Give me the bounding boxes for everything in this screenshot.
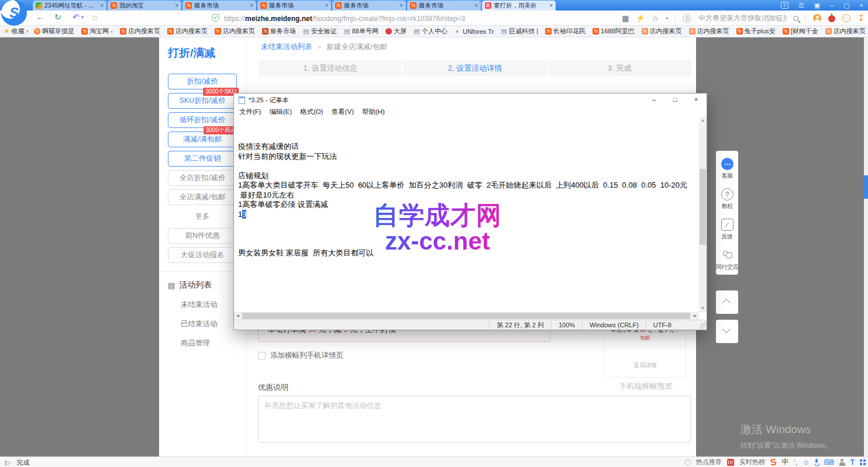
scrollbar-thumb[interactable]	[864, 175, 868, 199]
sidebar-promo-button[interactable]: 第二件促销	[168, 151, 237, 167]
bookmark-item[interactable]: 淘 长袖印花民	[545, 27, 587, 36]
qr-code-icon[interactable]: ▦	[622, 14, 629, 23]
bookmark-item[interactable]: 淘 店内搜索页	[215, 27, 257, 36]
bookmark-item[interactable]: ★ 收藏 ▾	[4, 27, 29, 36]
browser-tab[interactable]: 淘 服务市场 ×	[332, 1, 406, 11]
maximize-button[interactable]: ▢	[843, 2, 849, 9]
banner-checkbox[interactable]	[258, 352, 266, 359]
undo-icon[interactable]: ↶	[73, 12, 80, 22]
tab-close-icon[interactable]: ×	[175, 2, 178, 9]
security-shield-icon[interactable]: ✓	[212, 14, 219, 22]
ime-chinese-mode[interactable]: 中	[782, 457, 789, 467]
trending-label[interactable]: 实时热榜	[739, 458, 765, 466]
more-tools-icon[interactable]: ⋯	[842, 14, 850, 22]
keyboard-icon[interactable]: ⌨	[824, 458, 833, 466]
notepad-menu-item[interactable]: 编辑(E)	[266, 106, 296, 117]
sogou-search-icon[interactable]: S	[683, 14, 691, 23]
bookmark-item[interactable]: 淘 1688阿里巴	[593, 27, 636, 36]
bookmark-item[interactable]: 淘 店内搜索页	[825, 27, 867, 36]
tab-close-icon[interactable]: ×	[325, 2, 328, 9]
microphone-icon[interactable]	[815, 459, 818, 466]
star-caret-icon[interactable]: ▾	[666, 16, 668, 21]
breadcrumb-link[interactable]: 未结束活动列表	[261, 43, 312, 51]
bookmark-item[interactable]: ▤ 安全验证	[303, 27, 339, 36]
hot-recommend-label[interactable]: 热点推荐	[696, 458, 722, 466]
notepad-horizontal-scrollbar[interactable]: ◀ ▶	[234, 312, 699, 320]
bookmark-item[interactable]: 淘 兔子plus安	[736, 27, 777, 36]
sidebar-promo-button[interactable]: 全店折扣/减价	[168, 170, 237, 186]
browser-tab[interactable]: 美 要打折，用美折 ×	[482, 1, 556, 11]
tab-close-icon[interactable]: ×	[399, 2, 403, 9]
browser-tab[interactable]: 淘 服务市场 ×	[257, 1, 331, 11]
notepad-minimize-button[interactable]: –	[643, 94, 664, 106]
sidebar-promo-button[interactable]: 更多	[168, 209, 237, 224]
account-avatar-icon[interactable]	[813, 14, 821, 22]
bookmark-item[interactable]: 淘 店内搜索页	[167, 27, 209, 36]
ime-punctuation[interactable]: ’,	[794, 459, 798, 466]
notepad-maximize-button[interactable]: □	[664, 94, 686, 106]
download-icon[interactable]: ↧	[857, 13, 864, 23]
sidebar-promo-button[interactable]: SKU折扣/减价 3000个SKU	[168, 93, 237, 109]
notepad-title-bar[interactable]: *3.25 - 记事本 – □ ×	[234, 94, 707, 106]
tab-close-icon[interactable]: ×	[100, 2, 104, 9]
scroll-up-arrow[interactable]: ▲	[699, 117, 707, 124]
search-input[interactable]: 中方希望美方尽快取消加征关	[698, 13, 786, 23]
tab-close-icon[interactable]: ×	[474, 2, 478, 9]
account-icon[interactable]	[839, 459, 845, 466]
flash-icon[interactable]: ⚡	[636, 14, 645, 22]
bookmark-item[interactable]: 淘 店内搜索页	[642, 27, 684, 36]
sidebar-promo-button[interactable]: 全店满减/包邮	[168, 189, 237, 205]
resize-grip[interactable]	[700, 323, 707, 330]
notepad-menu-item[interactable]: 查看(V)	[328, 106, 358, 117]
bookmark-item[interactable]: 淘 服务市场	[262, 27, 298, 36]
close-button[interactable]: ×	[860, 2, 863, 9]
widget-item[interactable]: ∕ 反馈	[716, 219, 738, 241]
panels-icon[interactable]: ▣	[814, 2, 820, 9]
scroll-bottom-button[interactable]	[716, 320, 738, 343]
tab-close-icon[interactable]: ×	[250, 2, 253, 9]
address-bar[interactable]: https://meizhe.meideng.net/huodong/fmjs-…	[224, 15, 465, 23]
menu-icon[interactable]: ☰	[798, 2, 804, 9]
sidebar-promo-button[interactable]: 大促活动报名	[168, 247, 237, 263]
tab-close-icon[interactable]: ×	[549, 2, 553, 9]
scroll-down-arrow[interactable]: ▼	[699, 305, 707, 312]
bookmark-item[interactable]: 淘 店内搜索页	[689, 27, 731, 36]
bookmark-item[interactable]: ▤ 个人中心	[414, 27, 449, 36]
browser-tab[interactable]: 淘 我的淘宝 ×	[108, 1, 181, 11]
bookmark-item[interactable]: 淘 [财阀千金	[783, 27, 820, 36]
minimize-button[interactable]: –	[830, 2, 833, 9]
sogou-logo[interactable]: S	[1, 0, 27, 26]
scroll-right-arrow[interactable]: ▶	[691, 312, 699, 320]
notepad-menu-item[interactable]: 帮助(H)	[358, 106, 389, 117]
horizontal-scrollbar-thumb[interactable]	[242, 313, 690, 319]
bookmark-item[interactable]: 大屏	[385, 27, 408, 36]
notepad-menu-item[interactable]: 文件(F)	[235, 106, 266, 117]
widget-item[interactable]: ? 教程	[716, 188, 738, 210]
bookmark-item[interactable]: ◐ UNforex Tr	[454, 28, 495, 35]
sidebar-promo-button[interactable]: 前N件优惠	[168, 228, 237, 244]
notepad-menu-item[interactable]: 格式(O)	[296, 106, 328, 117]
back-icon[interactable]: ←	[36, 12, 44, 22]
emoji-icon[interactable]: ☺	[802, 458, 810, 466]
browser-tab[interactable]: 淘 服务市场 ×	[182, 1, 256, 11]
vertical-scrollbar-thumb[interactable]	[700, 169, 706, 245]
tab-count-badge[interactable]: 7	[781, 2, 788, 9]
bookmark-item[interactable]: 淘 淘宝网 -	[81, 27, 115, 36]
bookmark-item[interactable]: ↻ 啊豯穿搅是	[34, 27, 76, 36]
notepad-vertical-scrollbar[interactable]: ▲ ▼	[699, 117, 707, 312]
favorite-star-icon[interactable]: ☆	[652, 14, 659, 23]
widget-item[interactable]: 同行交流	[716, 249, 738, 271]
refresh-icon[interactable]: ↻	[54, 12, 61, 22]
sogou-ime-icon[interactable]: S	[770, 456, 777, 467]
bookmark-item[interactable]: ▤ 88单号网	[344, 27, 380, 36]
hot-recommend-icon[interactable]	[685, 459, 691, 465]
scroll-top-button[interactable]	[716, 290, 738, 314]
sidebar-promo-button[interactable]: 循环折扣/减价	[168, 112, 237, 128]
home-icon[interactable]: ⌂	[92, 12, 97, 22]
sidebar-promo-button[interactable]: 满减/满包邮 3000个商品	[168, 132, 237, 147]
sidebar-promo-button[interactable]: 折扣/减价	[168, 74, 237, 89]
bookmark-item[interactable]: ▤ 巨威科技 |	[501, 27, 540, 36]
browser-tab[interactable]: 淘 服务市场 ×	[407, 1, 481, 11]
bookmark-item[interactable]: 淘 店内搜索页	[120, 27, 162, 36]
note-textarea[interactable]	[258, 396, 691, 442]
